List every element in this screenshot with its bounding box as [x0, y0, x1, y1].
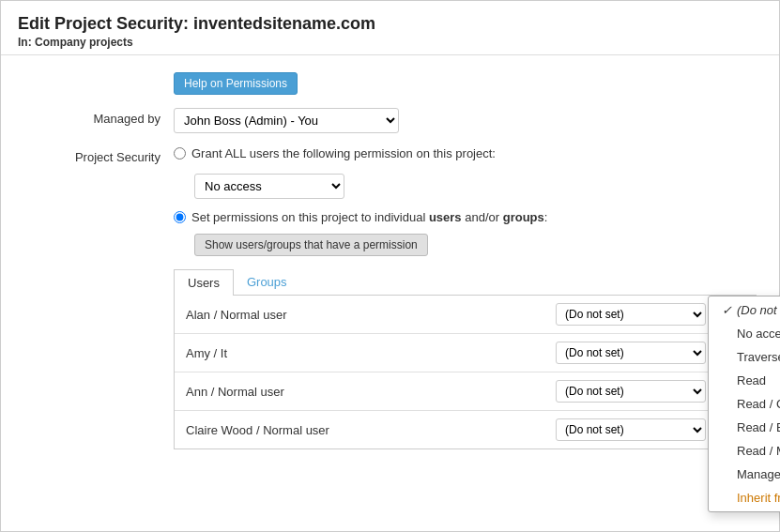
user-name: Amy / It: [186, 346, 227, 360]
help-on-permissions-button[interactable]: Help on Permissions: [174, 72, 298, 95]
dropdown-item-read-edit[interactable]: Read / Edit passwords data: [709, 416, 780, 439]
user-name: Alan / Normal user: [186, 308, 287, 322]
checkmark-icon: ✓: [722, 303, 735, 317]
help-button-row: Help on Permissions: [23, 72, 757, 108]
main-window: Edit Project Security: inventedsitename.…: [0, 0, 780, 532]
table-row: Claire Wood / Normal user (Do not set): [175, 411, 717, 448]
users-table: Alan / Normal user (Do not set) ✓ (Do no…: [174, 296, 718, 449]
dropdown-item-inherit[interactable]: Inherit from parent: [709, 486, 780, 509]
user-permission-select[interactable]: (Do not set): [556, 303, 706, 326]
tab-users[interactable]: Users: [174, 269, 234, 296]
dropdown-item-do-not-set[interactable]: ✓ (Do not set): [709, 298, 780, 322]
user-permission-select[interactable]: (Do not set): [556, 342, 706, 364]
managed-by-control: John Boss (Admin) - You: [174, 108, 757, 133]
tabs-row: Users Groups: [174, 269, 757, 296]
dropdown-item-read-manage[interactable]: Read / Manage passwords: [709, 439, 780, 463]
managed-by-label: Managed by: [23, 108, 174, 126]
dropdown-item-traverse[interactable]: Traverse: [709, 345, 780, 369]
dropdown-item-read[interactable]: Read: [709, 369, 780, 392]
dropdown-item-manage[interactable]: Manage: [709, 463, 780, 486]
dropdown-item-read-create[interactable]: Read / Create passwords: [709, 392, 780, 416]
managed-by-row: Managed by John Boss (Admin) - You: [23, 108, 757, 133]
page-title: Edit Project Security: inventedsitename.…: [18, 14, 762, 34]
user-permission-select[interactable]: (Do not set): [556, 418, 706, 441]
dropdown-item-no-access[interactable]: No access: [709, 322, 780, 345]
user-permission-select[interactable]: (Do not set): [556, 380, 706, 403]
table-row: Ann / Normal user (Do not set): [175, 372, 717, 411]
managed-by-select[interactable]: John Boss (Admin) - You: [174, 108, 399, 133]
table-row: Alan / Normal user (Do not set) ✓ (Do no…: [175, 296, 717, 334]
project-security-row: Project Security Grant ALL users the fol…: [23, 146, 757, 256]
access-level-select[interactable]: No access Read Traverse Read / Create pa…: [194, 174, 344, 199]
radio-all-users[interactable]: [174, 147, 186, 160]
access-select-row: No access Read Traverse Read / Create pa…: [174, 168, 757, 199]
project-security-label: Project Security: [23, 146, 174, 164]
users-table-wrapper: Alan / Normal user (Do not set) ✓ (Do no…: [23, 296, 757, 449]
radio-all-users-row: Grant ALL users the following permission…: [174, 146, 757, 160]
project-security-control: Grant ALL users the following permission…: [174, 146, 757, 256]
show-btn-row: Show users/groups that have a permission: [174, 230, 757, 256]
radio-all-users-label: Grant ALL users the following permission…: [191, 146, 496, 160]
radio-individual-users[interactable]: [174, 211, 186, 223]
tab-groups[interactable]: Groups: [234, 269, 300, 296]
show-users-groups-button[interactable]: Show users/groups that have a permission: [194, 234, 428, 256]
radio-individual-row: Set permissions on this project to indiv…: [174, 210, 757, 224]
radio-individual-label: Set permissions on this project to indiv…: [191, 210, 547, 224]
user-name: Ann / Normal user: [186, 385, 284, 399]
title-bar: Edit Project Security: inventedsitename.…: [1, 1, 779, 55]
breadcrumb: In: Company projects: [18, 36, 762, 49]
content-area: Help on Permissions Managed by John Boss…: [1, 55, 779, 466]
table-row: Amy / It (Do not set): [175, 334, 717, 372]
permission-dropdown: ✓ (Do not set) No access Traverse: [708, 296, 780, 512]
user-name: Claire Wood / Normal user: [186, 423, 329, 437]
